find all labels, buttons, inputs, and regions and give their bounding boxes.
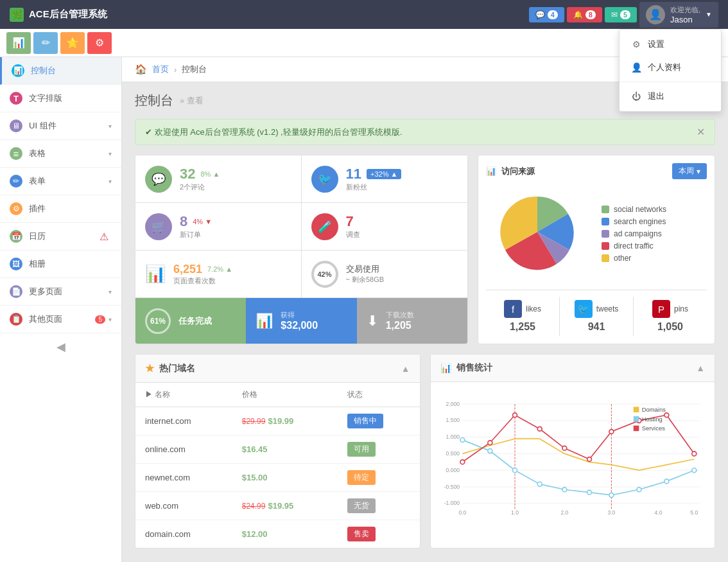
- sidebar-item-calendar[interactable]: 📅 日历 ⚠: [0, 223, 121, 250]
- alert-banner: ✔ 欢迎使用 Ace后台管理系统 (v1.2) ,轻量级好用的后台管理系统模版.…: [135, 119, 715, 145]
- bottom-row: ★ 热门域名 ▲ ▶ 名称 价格 状态: [135, 354, 715, 549]
- sidebar-item-dashboard[interactable]: 📊 控制台: [0, 57, 121, 85]
- settings-menu-item[interactable]: ⚙ 设置: [620, 33, 721, 56]
- surveys-icon: 🧪: [311, 213, 338, 240]
- sidebar-item-plugins[interactable]: ⚙ 插件: [0, 195, 121, 223]
- stat-followers: 🐦 11 +32% ▲ 新粉丝: [302, 155, 468, 203]
- social-tweets: 🐦 tweets 941: [560, 297, 634, 336]
- user-dropdown: ⚙ 设置 👤 个人资料 ⏻ 退出: [619, 29, 722, 112]
- period-button[interactable]: 本周 ▾: [672, 163, 707, 179]
- orders-icon: 🛒: [145, 213, 172, 240]
- svg-point-20: [562, 487, 566, 492]
- logout-menu-item[interactable]: ⏻ 退出: [620, 85, 721, 108]
- svg-text:2.0: 2.0: [560, 509, 568, 516]
- mail-count: 5: [620, 10, 630, 19]
- sidebar-item-forms[interactable]: ✏ 表单 ▾: [0, 168, 121, 195]
- svg-point-23: [636, 487, 641, 492]
- sidebar-icon-gallery: 🖼: [10, 258, 22, 270]
- comments-number: 32: [180, 166, 195, 182]
- followers-label: 新粉丝: [346, 182, 458, 192]
- social-pins: P pins 1,050: [634, 297, 707, 336]
- table-row: web.com $24.99$19.95 无货: [135, 492, 420, 520]
- downloads-count: 1,205: [386, 320, 414, 331]
- stat-orders: 🛒 8 4% ▼ 新订单: [135, 203, 302, 250]
- svg-point-31: [587, 457, 591, 462]
- storage-donut: 42%: [311, 261, 338, 288]
- downloads-label: 下载次数: [386, 310, 414, 320]
- top-nav-right: 💬 4 🔔 8 ✉ 5 👤 欢迎光临, Jason ▼: [529, 2, 718, 28]
- sidebar-icon-more-pages: 📄: [10, 285, 22, 298]
- earned-card: 📊 获得 $32,000: [246, 298, 356, 344]
- stat-storage: 42% 交易使用 ~ 剩余58GB: [302, 250, 468, 297]
- downloads-card: ⬇ 下载次数 1,205: [357, 298, 467, 344]
- svg-rect-44: [633, 416, 639, 422]
- svg-rect-46: [633, 426, 639, 432]
- domain-price: $12.00: [232, 520, 338, 549]
- sidebar-icon-forms: ✏: [10, 175, 22, 188]
- domains-title: ★ 热门域名: [145, 362, 195, 374]
- sidebar-collapse-btn[interactable]: ◀: [0, 333, 121, 360]
- nav-btn-settings[interactable]: ⚙: [87, 32, 112, 54]
- tasks-progress-circle: 61%: [145, 308, 171, 334]
- social-likes: f likes 1,255: [486, 297, 560, 336]
- domains-collapse-button[interactable]: ▲: [401, 364, 410, 374]
- pageviews-change: 7.2% ▲: [207, 265, 232, 273]
- twitter-icon: 🐦: [575, 300, 593, 318]
- messages-button[interactable]: 💬 4: [529, 7, 564, 22]
- domain-name: online.com: [135, 435, 232, 464]
- nav-btn-chart[interactable]: 📊: [6, 32, 31, 54]
- bar-chart-small-icon: 📊: [440, 363, 451, 373]
- sidebar-item-ui[interactable]: 🖥 UI 组件 ▾: [0, 112, 121, 140]
- domains-header: ★ 热门域名 ▲: [135, 355, 420, 383]
- sidebar-item-typography[interactable]: T 文字排版: [0, 85, 121, 112]
- nav-btn-edit[interactable]: ✏: [33, 32, 58, 54]
- sales-title: 📊 销售统计: [440, 362, 492, 374]
- svg-text:0.0: 0.0: [458, 509, 466, 516]
- table-row: internet.com $29.99$19.99 销售中: [135, 407, 420, 435]
- domains-table: ▶ 名称 价格 状态 internet.com $29.99$19.99 销售中: [135, 383, 420, 548]
- domain-price: $29.99$19.99: [232, 407, 338, 435]
- stats-grid: 💬 32 8% ▲ 2个评论 🐦: [135, 155, 468, 344]
- svg-point-18: [512, 468, 517, 473]
- domain-price: $15.00: [232, 464, 338, 492]
- top-navigation: 🌿 ACE后台管理系统 💬 4 🔔 8 ✉ 5 👤 欢迎光临, Jason ▼: [0, 0, 728, 29]
- nav-btn-star[interactable]: ⭐: [60, 32, 85, 54]
- svg-point-32: [609, 430, 613, 434]
- chart-legend: social networks search engines ad campai…: [602, 205, 707, 266]
- alert-close-button[interactable]: ✕: [697, 126, 705, 138]
- avatar: 👤: [646, 5, 665, 24]
- svg-text:2.000: 2.000: [446, 401, 460, 407]
- user-greeting-wrap: 欢迎光临, Jason: [670, 5, 700, 24]
- app-logo: 🌿 ACE后台管理系统: [10, 8, 107, 22]
- main-content: 🏠 首页 › 控制台 控制台 » 查看 ✔ 欢迎使用 Ace后台管理系统 (v1…: [122, 57, 728, 562]
- other-pages-badge: 5: [95, 315, 105, 324]
- legend-dot-other: [602, 254, 609, 262]
- sidebar-item-tables[interactable]: ≡ 表格 ▾: [0, 140, 121, 168]
- table-row: newnet.com $15.00 待定: [135, 464, 420, 492]
- mail-button[interactable]: ✉ 5: [605, 7, 637, 22]
- bell-button[interactable]: 🔔 8: [567, 7, 602, 22]
- legend-search: search engines: [602, 217, 707, 226]
- sidebar-icon-typography: T: [10, 92, 22, 105]
- user-greeting: 欢迎光临,: [670, 5, 700, 15]
- domain-status: 可用: [338, 435, 420, 464]
- sidebar-item-other-pages[interactable]: 📋 其他页面 5 ▾: [0, 306, 121, 333]
- pins-label: pins: [674, 304, 688, 313]
- svg-point-27: [487, 441, 492, 445]
- orders-change: 4% ▼: [193, 218, 212, 225]
- sidebar-item-more-pages[interactable]: 📄 更多页面 ▾: [0, 278, 121, 306]
- breadcrumb-home-label[interactable]: 首页: [152, 64, 169, 75]
- svg-point-25: [691, 468, 696, 473]
- pageviews-bar-icon: 📊: [145, 264, 166, 284]
- profile-menu-item[interactable]: 👤 个人资料: [620, 56, 721, 79]
- legend-dot-ad: [602, 230, 609, 238]
- sidebar-item-gallery[interactable]: 🖼 相册: [0, 250, 121, 278]
- svg-text:1.0: 1.0: [511, 509, 519, 516]
- domain-name: newnet.com: [135, 464, 232, 492]
- sales-collapse-button[interactable]: ▲: [696, 363, 705, 373]
- user-menu-button[interactable]: 👤 欢迎光临, Jason ▼: [639, 2, 718, 28]
- svg-point-21: [587, 490, 591, 495]
- tweets-label: tweets: [596, 304, 619, 313]
- svg-point-34: [664, 413, 668, 417]
- domains-section: ★ 热门域名 ▲ ▶ 名称 价格 状态: [135, 354, 420, 549]
